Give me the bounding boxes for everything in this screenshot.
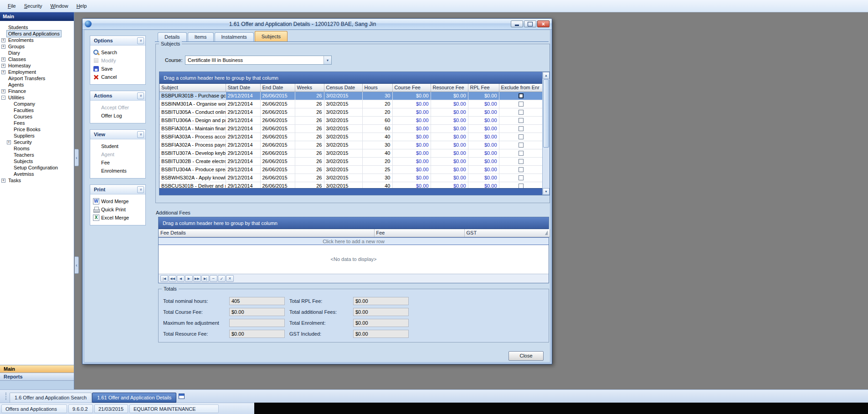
subject-row[interactable]: BSBITU305A - Conduct online 29/12/2014 2… — [159, 108, 543, 116]
nav-item[interactable]: Save — [90, 65, 145, 73]
actions-panel-header[interactable]: Actions — [90, 91, 145, 101]
nav-item[interactable]: Offer Log — [90, 112, 145, 120]
subject-row[interactable]: BSBITU302B - Create electron 29/12/2014 … — [159, 157, 543, 165]
tree-toggle-icon[interactable]: + — [1, 57, 5, 61]
tree-item[interactable]: Setup Configuration — [0, 164, 74, 171]
close-window-button[interactable] — [537, 20, 550, 27]
nav-item[interactable]: Accept Offer — [90, 103, 145, 112]
tab[interactable]: Instalments — [215, 32, 254, 41]
subject-row[interactable]: BSBFIA302A - Process payroll 29/12/2014 … — [159, 141, 543, 149]
chevron-down-icon[interactable] — [324, 56, 331, 64]
totals-field-value[interactable]: $0.00 — [229, 330, 285, 338]
subject-row[interactable]: BSBINM301A - Organise workpl 29/12/2014 … — [159, 100, 543, 108]
tab[interactable]: Items — [188, 32, 214, 41]
tree-item[interactable]: Avetmiss — [0, 171, 74, 177]
tab[interactable]: Subjects — [255, 31, 288, 41]
nav-item[interactable]: Quick Print — [90, 205, 145, 214]
nav-item[interactable]: Cancel — [90, 73, 145, 81]
menu-item[interactable]: Window — [46, 1, 72, 10]
view-panel-header[interactable]: View — [90, 130, 145, 139]
vertical-scrollbar[interactable] — [542, 72, 550, 195]
column-header[interactable]: Resource Fee — [431, 84, 468, 92]
totals-field-value[interactable]: $0.00 — [353, 319, 409, 327]
subject-row[interactable]: BSBITU306A - Design and prod 29/12/2014 … — [159, 116, 543, 124]
nav-item[interactable]: Student — [90, 142, 145, 150]
exclude-checkbox[interactable] — [519, 184, 524, 188]
scrollbar-thumb[interactable] — [543, 79, 549, 148]
nav-last-icon[interactable] — [201, 275, 209, 282]
exclude-checkbox[interactable] — [519, 126, 524, 131]
collapse-chevron-icon[interactable] — [137, 131, 144, 138]
column-header[interactable]: Subject — [159, 84, 226, 92]
subject-row[interactable]: BSBFIA301A - Maintain financi 29/12/2014… — [159, 124, 543, 133]
totals-field-value[interactable]: $0.00 — [353, 330, 409, 338]
tree-toggle-icon[interactable]: + — [1, 89, 5, 93]
column-header[interactable]: Census Date — [324, 84, 362, 92]
subject-row[interactable]: BSBFIA303A - Process accoun 29/12/2014 2… — [159, 133, 543, 141]
column-header[interactable]: GST — [464, 229, 550, 237]
restore-button[interactable] — [524, 20, 536, 27]
menu-item[interactable]: File — [4, 1, 20, 10]
tree-item[interactable]: Suppliers — [0, 133, 74, 139]
tree-item[interactable]: + Finance — [0, 88, 74, 94]
subject-row[interactable]: BSBITU304A - Produce spread 29/12/2014 2… — [159, 165, 543, 174]
accordion-button[interactable]: Reports — [0, 373, 74, 380]
tree-item[interactable]: + Groups — [0, 43, 74, 50]
tree-toggle-icon[interactable]: + — [1, 179, 5, 183]
exclude-checkbox[interactable] — [519, 175, 524, 180]
column-header[interactable]: Weeks — [295, 84, 324, 92]
tree-item[interactable]: + Security — [0, 139, 74, 145]
column-customize-icon[interactable] — [545, 230, 548, 235]
collapse-chevron-icon[interactable] — [137, 92, 144, 99]
nav-prev-icon[interactable] — [177, 275, 185, 282]
document-tab[interactable]: 1.6 Offer and Application Search — [10, 393, 92, 403]
tree-item[interactable]: Faculties — [0, 107, 74, 113]
tree-item[interactable]: Teachers — [0, 152, 74, 158]
collapse-chevron-icon[interactable] — [137, 186, 144, 193]
column-header[interactable]: Hours — [362, 84, 392, 92]
scroll-down-icon[interactable] — [543, 188, 550, 195]
nav-item[interactable]: Modify — [90, 56, 145, 65]
subject-row[interactable]: BSBCUS301B - Deliver and mo 29/12/2014 2… — [159, 182, 543, 188]
tree-item[interactable]: + Enrolments — [0, 37, 74, 43]
subject-row[interactable]: BSBWHS302A - Apply knowled 29/12/2014 26… — [159, 174, 543, 182]
tree-item[interactable]: + Employment — [0, 69, 74, 75]
tree-item[interactable]: Rooms — [0, 145, 74, 152]
nav-item[interactable]: Excel Merge — [90, 214, 145, 222]
tree-toggle-icon[interactable]: + — [1, 64, 5, 68]
nav-item[interactable]: Agent — [90, 150, 145, 158]
column-header[interactable]: Exclude from Enr — [499, 84, 543, 92]
drag-handle-icon[interactable] — [5, 393, 7, 400]
nav-item[interactable]: Word Merge — [90, 197, 145, 205]
course-select[interactable]: Certificate III in Business — [185, 56, 332, 65]
tree-item[interactable]: Students — [0, 24, 74, 31]
tree-item[interactable]: Agents — [0, 82, 74, 88]
tree-item[interactable]: Company — [0, 101, 74, 107]
document-tab[interactable]: 1.61 Offer and Application Details — [92, 393, 176, 403]
column-header[interactable]: End Date — [260, 84, 295, 92]
tree-item[interactable]: + Homestay — [0, 62, 74, 69]
tree-toggle-icon[interactable]: + — [1, 38, 5, 42]
tree-item[interactable]: Airport Transfers — [0, 75, 74, 82]
exclude-checkbox[interactable] — [519, 151, 524, 156]
nav-delete-icon[interactable] — [210, 275, 217, 282]
menu-item[interactable]: Security — [20, 1, 46, 10]
nav-item[interactable]: Fee — [90, 158, 145, 167]
nav-item[interactable]: Search — [90, 48, 145, 56]
totals-field-value[interactable]: $0.00 — [229, 308, 285, 316]
print-panel-header[interactable]: Print — [90, 185, 145, 194]
tree-item[interactable]: Diary — [0, 50, 74, 56]
tree-item[interactable]: Offers and Applications — [0, 31, 74, 37]
exclude-checkbox[interactable] — [519, 102, 524, 107]
totals-field-value[interactable]: 405 — [229, 297, 285, 305]
tab[interactable]: Details — [158, 32, 187, 41]
menu-item[interactable]: Help — [72, 1, 91, 10]
exclude-checkbox[interactable] — [519, 167, 524, 172]
nav-first-icon[interactable] — [160, 275, 168, 282]
tree-toggle-icon[interactable]: + — [7, 140, 11, 144]
totals-field-value[interactable]: $0.00 — [353, 297, 409, 305]
nav-prev-page-icon[interactable] — [169, 275, 176, 282]
accordion-button[interactable]: Main — [0, 365, 74, 373]
nav-item[interactable]: Enrolments — [90, 167, 145, 175]
tree-item[interactable]: Fees — [0, 120, 74, 126]
